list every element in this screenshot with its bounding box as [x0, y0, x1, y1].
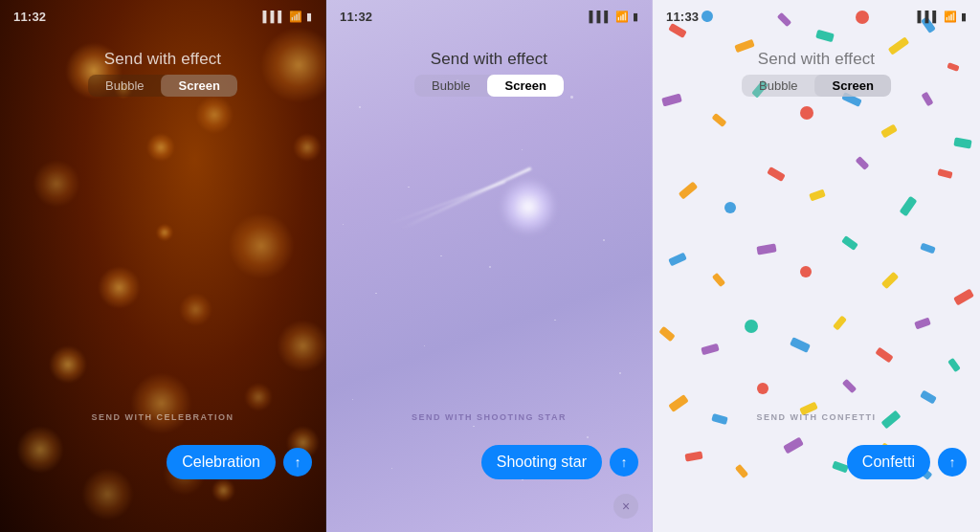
confetti-piece: [833, 315, 847, 330]
confetti-piece: [842, 379, 858, 394]
sparkle-dot: [570, 96, 573, 99]
segmented-2: Bubble Screen: [414, 75, 564, 97]
seg-bubble-2[interactable]: Bubble: [414, 75, 487, 97]
confetti-piece: [875, 347, 893, 364]
confetti-piece: [757, 383, 768, 394]
battery-icon-3: ▮: [961, 11, 967, 23]
seg-screen-3[interactable]: Screen: [815, 75, 891, 97]
seg-screen-2[interactable]: Screen: [488, 75, 564, 97]
bokeh-dot: [179, 293, 212, 326]
sparkle-dot: [359, 106, 361, 108]
message-bubble-1: Celebration: [167, 445, 276, 479]
sparkle-dot: [554, 320, 556, 321]
confetti-piece: [757, 243, 777, 255]
bokeh-dot: [277, 320, 326, 372]
time-3: 11:33: [666, 10, 699, 24]
send-with-label-2: SEND WITH SHOOTING STAR: [326, 412, 652, 422]
send-title-1: Send with effect: [0, 50, 325, 69]
confetti-piece: [711, 113, 726, 127]
time-2: 11:32: [340, 10, 372, 24]
confetti-piece: [899, 196, 917, 217]
confetti-piece: [815, 30, 835, 42]
confetti-piece: [953, 137, 971, 148]
sparkle-dot: [352, 399, 353, 400]
confetti-piece: [679, 181, 698, 199]
confetti-piece: [711, 273, 724, 287]
bubble-area-3: Confetti ↑: [653, 445, 980, 479]
bokeh-dot: [293, 133, 322, 162]
send-with-label-3: SEND WITH CONFETTI: [653, 412, 980, 422]
star-tail-2: [389, 181, 506, 225]
sparkle-dot: [375, 293, 377, 295]
confetti-piece: [914, 317, 931, 329]
seg-screen-1[interactable]: Screen: [162, 75, 237, 97]
status-icons-3: ▌▌▌ 📶 ▮: [918, 11, 967, 23]
sparkle-dot: [587, 436, 589, 438]
confetti-piece: [856, 156, 870, 170]
bubble-area-1: Celebration ↑: [0, 445, 325, 479]
status-bar-1: 11:32 ▌▌▌ 📶 ▮: [0, 0, 325, 27]
confetti-piece: [842, 235, 859, 251]
bokeh-dot: [130, 372, 192, 434]
confetti-piece: [809, 189, 826, 202]
message-bubble-3: Confetti: [847, 445, 930, 479]
seg-bubble-1[interactable]: Bubble: [88, 75, 161, 97]
close-button-2[interactable]: ×: [613, 494, 638, 519]
segmented-3: Bubble Screen: [742, 75, 891, 97]
message-bubble-2: Shooting star: [481, 445, 602, 479]
panel-celebration: 11:32 ▌▌▌ 📶 ▮ Send with effect Bubble Sc…: [0, 0, 326, 532]
confetti-piece: [790, 337, 811, 353]
send-button-1[interactable]: ↑: [283, 448, 312, 477]
confetti-piece: [953, 288, 974, 305]
sparkle-dot: [619, 372, 621, 374]
bokeh-dot: [146, 133, 175, 162]
time-1: 11:32: [13, 10, 46, 24]
confetti-piece: [661, 94, 682, 107]
send-button-3[interactable]: ↑: [938, 448, 967, 477]
sparkle-dot: [343, 224, 344, 225]
status-bar-3: 11:33 ▌▌▌ 📶 ▮: [653, 0, 980, 27]
bokeh-dot: [33, 160, 80, 208]
confetti-piece: [921, 242, 936, 254]
confetti-piece: [881, 272, 899, 289]
sparkle-dot: [603, 239, 605, 241]
battery-icon-2: ▮: [633, 11, 638, 23]
seg-bubble-3[interactable]: Bubble: [742, 75, 814, 97]
confetti-piece: [724, 202, 736, 213]
bokeh-dot: [212, 478, 235, 502]
panel-confetti: 11:33 ▌▌▌ 📶 ▮ Send with effect Bubble Sc…: [653, 0, 980, 532]
confetti-piece: [921, 390, 938, 405]
signal-icon-3: ▌▌▌: [918, 11, 940, 22]
confetti-piece: [937, 168, 952, 179]
wifi-icon-2: 📶: [615, 11, 629, 23]
confetti-piece: [668, 252, 687, 266]
confetti-piece: [922, 92, 934, 107]
confetti-piece: [668, 394, 689, 412]
wifi-icon-3: 📶: [944, 11, 957, 23]
confetti-piece: [880, 124, 898, 139]
status-bar-2: 11:32 ▌▌▌ 📶 ▮: [326, 0, 652, 27]
confetti-piece: [947, 358, 961, 372]
signal-icon-2: ▌▌▌: [590, 11, 612, 22]
confetti-piece: [800, 106, 813, 120]
segmented-1: Bubble Screen: [88, 75, 237, 97]
sparkle-dot: [473, 426, 475, 428]
wifi-icon-1: 📶: [289, 11, 302, 23]
signal-icon-1: ▌▌▌: [263, 11, 285, 22]
send-button-2[interactable]: ↑: [610, 448, 638, 477]
status-icons-2: ▌▌▌ 📶 ▮: [590, 11, 638, 23]
bokeh-dot: [244, 383, 273, 411]
send-title-3: Send with effect: [653, 50, 980, 69]
confetti-piece: [745, 320, 758, 333]
star-glow: [500, 178, 557, 235]
bubble-area-2: Shooting star ↑: [326, 445, 652, 479]
sparkle-dot: [489, 266, 491, 268]
sparkle-dot: [424, 345, 425, 346]
bokeh-dot: [49, 345, 87, 384]
confetti-piece: [658, 326, 675, 342]
bokeh-dot: [156, 224, 173, 241]
confetti-piece: [767, 166, 786, 182]
bokeh-dot: [98, 266, 141, 309]
panel-shooting-star: 11:32 ▌▌▌ 📶 ▮ Send with effect Bubble Sc…: [326, 0, 653, 532]
bokeh-dot: [195, 96, 234, 134]
